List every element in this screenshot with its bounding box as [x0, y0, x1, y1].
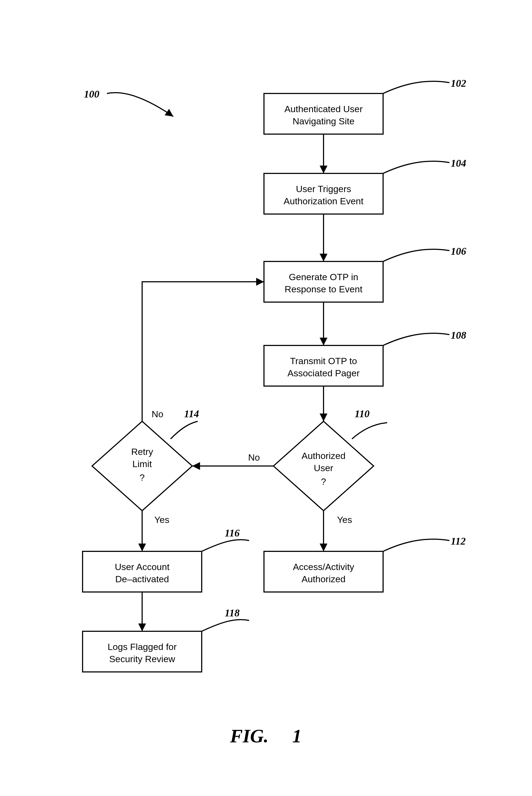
node-112-line1: Access/Activity — [293, 562, 355, 572]
node-102-line1: Authenticated User — [284, 104, 362, 114]
node-authorized-user-decision: Authorized User ? — [273, 421, 374, 511]
flowchart-svg: 100 Authenticated User Navigating Site 1… — [0, 0, 532, 796]
node-generate-otp: Generate OTP in Response to Event — [264, 261, 383, 302]
edge-label-110-yes: Yes — [337, 515, 352, 525]
ref-label-116: 116 — [225, 527, 240, 539]
node-user-triggers: User Triggers Authorization Event — [264, 173, 383, 214]
ref-leader-118 — [202, 619, 249, 631]
node-114-line1: Retry — [131, 446, 153, 457]
ref-pointer-100 — [107, 93, 173, 116]
edge-114-no-106 — [142, 282, 264, 421]
node-114-line2: Limit — [132, 459, 152, 469]
node-authenticated-user: Authenticated User Navigating Site — [264, 93, 383, 134]
ref-leader-108 — [383, 333, 450, 346]
node-108-line1: Transmit OTP to — [290, 356, 357, 366]
ref-label-100: 100 — [84, 88, 99, 100]
ref-label-102: 102 — [451, 77, 466, 89]
node-112-line2: Authorized — [302, 574, 346, 584]
node-110-line3: ? — [321, 476, 326, 486]
ref-leader-102 — [383, 81, 450, 93]
node-retry-limit-decision: Retry Limit ? — [92, 421, 192, 511]
node-access-authorized: Access/Activity Authorized — [264, 551, 383, 592]
node-110-line2: User — [314, 463, 333, 473]
node-account-deactivated: User Account De–activated — [82, 551, 202, 592]
node-108-line2: Associated Pager — [287, 368, 360, 378]
node-104-line2: Authorization Event — [284, 196, 364, 206]
ref-label-110: 110 — [355, 408, 369, 420]
node-110-line1: Authorized — [302, 450, 346, 461]
node-102-line2: Navigating Site — [293, 116, 355, 126]
node-116-line2: De–activated — [115, 574, 169, 584]
ref-label-104: 104 — [451, 158, 466, 169]
edge-label-114-yes: Yes — [154, 515, 169, 525]
ref-label-118: 118 — [225, 607, 240, 618]
ref-label-106: 106 — [451, 245, 466, 257]
node-transmit-otp: Transmit OTP to Associated Pager — [264, 346, 383, 386]
node-106-line1: Generate OTP in — [289, 272, 358, 282]
node-106-line2: Response to Event — [285, 284, 362, 294]
figure-caption: FIG. 1 — [230, 725, 302, 746]
ref-leader-114 — [171, 421, 198, 439]
ref-label-114: 114 — [184, 408, 199, 420]
ref-leader-116 — [202, 540, 249, 551]
node-114-line3: ? — [140, 472, 145, 483]
node-logs-flagged: Logs Flagged for Security Review — [82, 631, 202, 672]
ref-label-112: 112 — [451, 535, 466, 547]
node-118-line2: Security Review — [109, 654, 175, 664]
node-118-line1: Logs Flagged for — [108, 642, 176, 652]
ref-leader-106 — [383, 249, 450, 261]
ref-label-108: 108 — [451, 330, 466, 341]
edge-label-110-no: No — [248, 452, 260, 462]
ref-leader-104 — [383, 161, 450, 173]
ref-leader-110 — [352, 423, 387, 439]
ref-leader-112 — [383, 539, 450, 551]
node-104-line1: User Triggers — [296, 184, 351, 194]
node-116-line1: User Account — [115, 562, 170, 572]
edge-label-114-no: No — [152, 409, 163, 419]
